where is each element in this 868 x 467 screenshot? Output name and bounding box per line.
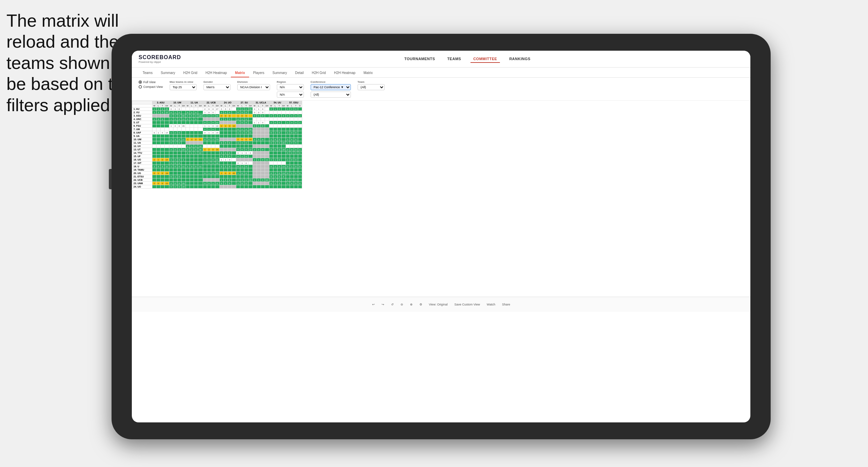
cell-r9c4i1: [219, 138, 223, 141]
zoom-in-button[interactable]: ⊕: [410, 303, 413, 306]
cell-r17c4i1: 0: [219, 165, 223, 168]
subnav-h2h-heatmap[interactable]: H2H Heatmap: [201, 70, 231, 77]
cell-r3c0i2: 0: [156, 118, 161, 121]
subnav-h2h-grid[interactable]: H2H Grid: [179, 70, 201, 77]
refresh-button[interactable]: ↺: [391, 303, 394, 306]
region-select[interactable]: N/A East: [277, 84, 304, 90]
full-view-radio[interactable]: Full View: [139, 80, 163, 84]
cell-r16c6i3: [261, 162, 265, 165]
cell-r15c5i1: [236, 158, 240, 162]
cell-r22c6i4: [265, 182, 269, 185]
cell-r5c8i3: [294, 124, 298, 128]
cell-r9c4i3: [227, 138, 232, 141]
cell-r20c7i1: 0: [269, 175, 273, 178]
zoom-out-button[interactable]: ⊖: [401, 303, 403, 306]
compact-view-radio[interactable]: Compact View: [139, 85, 163, 89]
cell-r0c1i3: 0: [177, 107, 181, 111]
subnav-summary2[interactable]: Summary: [268, 70, 291, 77]
cell-r18c0i1: [152, 168, 156, 172]
cell-r18c1i3: [177, 168, 181, 172]
save-custom-button[interactable]: Save Custom View: [454, 303, 480, 306]
team-select[interactable]: (All): [358, 84, 385, 90]
cell-r3c8i1: [286, 118, 290, 121]
conference-select[interactable]: Pac-12 Conference ▼: [311, 84, 351, 90]
subnav-matrix[interactable]: Matrix: [231, 70, 249, 77]
subnav-detail[interactable]: Detail: [291, 70, 308, 77]
redo-button[interactable]: ↪: [382, 303, 384, 306]
cell-r7c4i2: [223, 131, 227, 134]
cell-r13c0i4: [165, 151, 169, 155]
row-header-18: 19. TAMU: [132, 168, 152, 172]
cell-r11c1i2: [173, 145, 177, 148]
subnav-h2h-heatmap2[interactable]: H2H Heatmap: [330, 70, 359, 77]
settings-button[interactable]: ⚙: [419, 303, 422, 306]
cell-r20c8i3: [294, 175, 298, 178]
row-header-16: 17. GIT: [132, 162, 152, 165]
cell-r11c2i1: 0: [186, 145, 190, 148]
matrix-scroll[interactable]: 3. ASU 10. UW 11. UA 22. UCB 24. UO 27. …: [132, 101, 750, 297]
region-select2[interactable]: N/A: [277, 92, 304, 98]
col-ucb: 22. UCB: [203, 101, 219, 104]
cell-r6c6i3: [261, 128, 265, 131]
nav-rankings[interactable]: RANKINGS: [507, 55, 533, 63]
cell-r5c3i4: 10: [215, 124, 219, 128]
cell-r20c6i3: [261, 175, 265, 178]
undo-button[interactable]: ↩: [372, 303, 375, 306]
cell-r20c2i3: [194, 175, 198, 178]
cell-r13c1i3: [177, 151, 181, 155]
cell-r13c3i2: [207, 151, 211, 155]
cell-r5c0i1: [152, 124, 156, 128]
cell-r8c4i4: [232, 134, 236, 138]
cell-r2c4i3: 0: [227, 114, 232, 118]
cell-r9c6i4: [265, 138, 269, 141]
cell-r10c8i2: 4: [290, 141, 294, 145]
gender-select[interactable]: Men's Women's: [203, 84, 231, 90]
cell-r22c7i3: 1: [277, 182, 281, 185]
cell-r10c8i1: 1: [286, 141, 290, 145]
cell-r14c7i2: [273, 155, 277, 158]
subnav-players[interactable]: Players: [249, 70, 268, 77]
share-button[interactable]: Share: [502, 303, 510, 306]
cell-r16c7i1: [269, 162, 273, 165]
cell-r0c7i3: 0: [277, 107, 281, 111]
cell-r15c2i2: [190, 158, 194, 162]
view-original-button[interactable]: View: Original: [429, 303, 448, 306]
conference-select2[interactable]: (All): [311, 92, 351, 98]
subnav-h2h-grid2[interactable]: H2H Grid: [308, 70, 330, 77]
matrix-table: 3. ASU 10. UW 11. UA 22. UCB 24. UO 27. …: [132, 101, 302, 189]
cell-r20c5i2: [240, 175, 244, 178]
cell-r13c2i1: 2: [186, 151, 190, 155]
division-select[interactable]: NCAA Division I NCAA Division II: [237, 84, 270, 90]
cell-r2c5i1: 1: [236, 114, 240, 118]
cell-r18c8i4: [298, 168, 302, 172]
subnav-matrix2[interactable]: Matrix: [360, 70, 377, 77]
nav-teams[interactable]: TEAMS: [444, 55, 464, 63]
cell-r20c5i3: [244, 175, 248, 178]
max-teams-select[interactable]: Top 25 Top 50 All: [170, 84, 197, 90]
subnav-summary[interactable]: Summary: [156, 70, 179, 77]
watch-button[interactable]: Watch: [487, 303, 495, 306]
cell-r5c2i4: [198, 124, 203, 128]
cell-r1c8i2: [290, 111, 294, 114]
cell-r21c8i1: 0: [286, 178, 290, 182]
nav-committee[interactable]: COMMITTEE: [471, 55, 500, 63]
cell-r18c7i1: [269, 168, 273, 172]
cell-r4c6i2: 1: [257, 121, 261, 124]
cell-r1c1i2: 1: [173, 111, 177, 114]
cell-r18c6i4: [265, 168, 269, 172]
cell-r8c1i3: [177, 134, 181, 138]
cell-r18c8i1: [286, 168, 290, 172]
subnav-teams[interactable]: Teams: [139, 70, 156, 77]
cell-r19c0i1: 0: [152, 172, 156, 175]
cell-r13c4i3: 0: [227, 151, 232, 155]
cell-r16c3i1: 1: [203, 162, 207, 165]
cell-r22c6i2: [257, 182, 261, 185]
cell-r2c8i1: 0: [286, 114, 290, 118]
cell-r21c1i2: [173, 178, 177, 182]
cell-r6c2i2: [190, 128, 194, 131]
cell-r5c4i4: 10: [232, 124, 236, 128]
cell-r17c2i1: 1: [186, 165, 190, 168]
nav-tournaments[interactable]: TOURNAMENTS: [402, 55, 438, 63]
cell-r2c1i1: 0: [169, 114, 173, 118]
cell-r6c0i2: [156, 128, 161, 131]
